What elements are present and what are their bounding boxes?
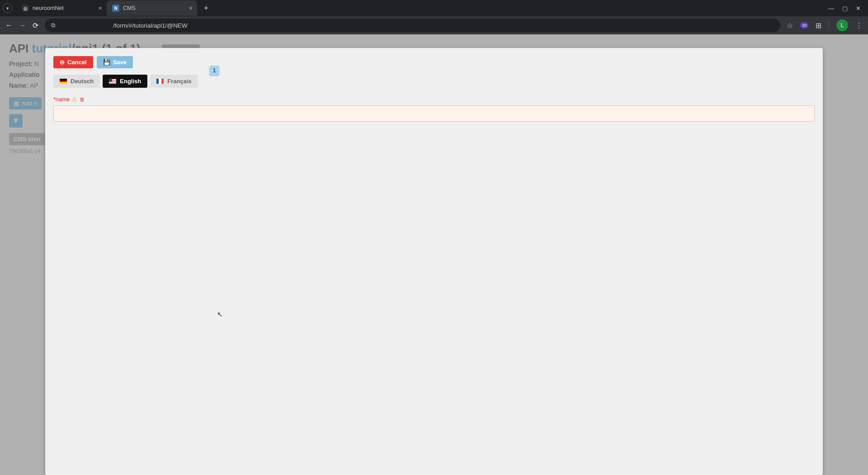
profile-avatar[interactable]: L: [836, 19, 848, 31]
close-window-icon[interactable]: ✕: [856, 5, 861, 12]
tab-search-button[interactable]: ▾: [3, 3, 13, 13]
bookmark-star-icon[interactable]: ☆: [787, 21, 793, 30]
flag-us-icon: [109, 79, 116, 84]
name-input[interactable]: [53, 105, 815, 122]
tab-title: CMS: [123, 5, 136, 11]
lang-label: Français: [167, 78, 191, 85]
forward-button[interactable]: →: [19, 21, 26, 29]
favicon-cms: N: [112, 5, 119, 12]
cursor-icon: ↖: [217, 310, 223, 318]
site-info-icon[interactable]: ⧉: [51, 22, 55, 29]
lang-tab-english[interactable]: English: [103, 75, 147, 88]
cancel-icon: ⊖: [60, 59, 65, 66]
close-tab-icon[interactable]: ×: [189, 5, 193, 12]
language-tabs: 1 Deutsch English Français: [53, 75, 815, 88]
save-button[interactable]: 💾 Save: [97, 56, 133, 68]
name-label-text: *name: [53, 96, 70, 103]
maximize-icon[interactable]: ▢: [842, 5, 848, 12]
language-badge: 1: [209, 66, 219, 76]
modal-dialog: ⊖ Cancel 💾 Save 1 Deutsch English França…: [45, 48, 823, 475]
reload-button[interactable]: ⟳: [33, 21, 38, 30]
browser-tab-strip: ▾ ◎ neuroomNet × N CMS × + — ▢ ✕: [0, 0, 868, 16]
browser-menu-icon[interactable]: ⋮: [855, 21, 863, 30]
trash-icon[interactable]: 🗑: [80, 96, 85, 103]
lang-label: English: [120, 78, 141, 85]
extensions-badge[interactable]: 10: [800, 22, 808, 28]
close-tab-icon[interactable]: ×: [99, 5, 102, 12]
tab-cms[interactable]: N CMS ×: [107, 0, 197, 16]
modal-overlay[interactable]: ⊖ Cancel 💾 Save 1 Deutsch English França…: [0, 34, 868, 475]
lang-label: Deutsch: [71, 78, 94, 85]
address-toolbar: ← → ⟳ ⧉ /form/#/tutorial/api1/@NEW ☆ 10 …: [0, 16, 868, 34]
window-controls: — ▢ ✕: [824, 5, 865, 12]
flag-de-icon: [60, 79, 67, 84]
name-field-label: *name ⚠ 🗑: [53, 96, 815, 103]
save-label: Save: [113, 59, 127, 66]
separator: [829, 21, 829, 30]
tab-title: neuroomNet: [33, 5, 64, 11]
lang-tab-francais[interactable]: Français: [150, 75, 198, 88]
modal-actions: ⊖ Cancel 💾 Save: [53, 56, 815, 68]
tab-neuroomnet[interactable]: ◎ neuroomNet ×: [16, 0, 107, 16]
favicon-neuroomnet: ◎: [22, 5, 29, 12]
cancel-label: Cancel: [67, 59, 87, 66]
warning-icon: ⚠: [72, 96, 77, 103]
save-icon: 💾: [103, 59, 110, 66]
address-field[interactable]: ⧉ /form/#/tutorial/api1/@NEW: [45, 19, 780, 32]
minimize-icon[interactable]: —: [828, 5, 834, 12]
url-suffix: /form/#/tutorial/api1/@NEW: [113, 22, 188, 29]
lang-tab-deutsch[interactable]: Deutsch: [53, 75, 100, 88]
new-tab-button[interactable]: +: [200, 2, 212, 14]
cancel-button[interactable]: ⊖ Cancel: [53, 56, 93, 68]
extensions-icon[interactable]: ⊞: [816, 21, 821, 30]
back-button[interactable]: ←: [5, 21, 13, 29]
flag-fr-icon: [156, 79, 164, 84]
